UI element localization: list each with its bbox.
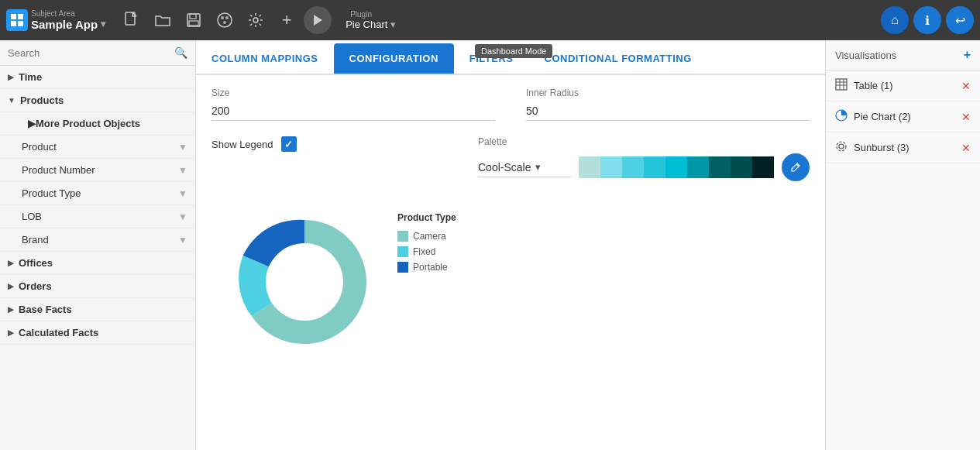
remove-table-button[interactable]: ✕ bbox=[961, 80, 971, 92]
chevron-right-icon: ▶ bbox=[8, 73, 14, 81]
share-button[interactable]: ↩ bbox=[946, 6, 974, 34]
chevron-right-icon: ▶ bbox=[8, 282, 14, 290]
vis-label-table: Table (1) bbox=[854, 80, 955, 91]
sidebar-item-product-number[interactable]: Product Number ▼ bbox=[0, 159, 195, 182]
sidebar-item-label: Orders bbox=[19, 280, 52, 292]
sidebar-item-label: Brand bbox=[22, 234, 49, 246]
size-field: Size bbox=[211, 88, 495, 121]
chevron-down-icon: ▼ bbox=[8, 96, 15, 105]
sidebar-item-label: Products bbox=[20, 94, 64, 106]
filter-icon: ▼ bbox=[178, 165, 187, 176]
app-dropdown-icon[interactable]: ▾ bbox=[101, 19, 105, 29]
sidebar-item-product[interactable]: Product ▼ bbox=[0, 136, 195, 159]
legend-swatch-portable bbox=[397, 262, 408, 273]
sidebar-item-offices[interactable]: ▶ Offices bbox=[0, 252, 195, 275]
sidebar-item-product-type[interactable]: Product Type ▼ bbox=[0, 182, 195, 205]
search-input[interactable] bbox=[8, 47, 174, 59]
subject-area-label: Subject Area bbox=[31, 10, 105, 18]
plugin-dropdown-icon: ▾ bbox=[390, 19, 396, 30]
visualisations-label: Visualisations bbox=[835, 50, 896, 61]
sidebar-item-label: Product Number bbox=[22, 164, 95, 176]
palette-value: Cool-Scale bbox=[478, 161, 531, 173]
add-visualisation-button[interactable]: + bbox=[964, 48, 971, 62]
swatch-7 bbox=[709, 156, 731, 178]
filter-icon: ▼ bbox=[178, 235, 187, 246]
swatch-6 bbox=[687, 156, 709, 178]
svg-rect-2 bbox=[11, 21, 16, 26]
donut-chart bbox=[227, 204, 382, 359]
tab-conditional-formatting[interactable]: CONDITIONAL FORMATTING bbox=[529, 43, 707, 74]
filter-icon: ▼ bbox=[178, 211, 187, 222]
size-label: Size bbox=[211, 88, 495, 98]
svg-rect-4 bbox=[126, 12, 135, 25]
table-icon bbox=[835, 78, 848, 93]
size-input[interactable] bbox=[211, 101, 495, 121]
sidebar-item-orders[interactable]: ▶ Orders bbox=[0, 275, 195, 298]
settings-button[interactable] bbox=[242, 6, 270, 34]
remove-pie-chart-button[interactable]: ✕ bbox=[961, 111, 971, 123]
new-document-button[interactable] bbox=[118, 6, 146, 34]
sidebar-item-base-facts[interactable]: ▶ Base Facts bbox=[0, 298, 195, 321]
svg-point-10 bbox=[225, 16, 229, 19]
home-button[interactable]: ⌂ bbox=[881, 6, 909, 34]
sidebar-item-label: LOB bbox=[22, 211, 42, 222]
tab-column-mappings[interactable]: COLUMN MAPPINGS bbox=[196, 43, 334, 74]
remove-sunburst-button[interactable]: ✕ bbox=[961, 142, 971, 154]
info-button[interactable]: ℹ bbox=[913, 6, 941, 34]
swatch-2 bbox=[600, 156, 622, 178]
sidebar-item-label: Offices bbox=[19, 257, 53, 269]
show-legend-checkbox[interactable] bbox=[281, 136, 297, 152]
sidebar-item-label: Product bbox=[22, 141, 57, 153]
sidebar-item-calculated-facts[interactable]: ▶ Calculated Facts bbox=[0, 321, 195, 345]
swatch-8 bbox=[731, 156, 752, 178]
svg-point-11 bbox=[223, 21, 226, 24]
search-bar: 🔍 bbox=[0, 40, 195, 66]
app-name[interactable]: Sample App ▾ bbox=[31, 18, 105, 31]
vis-item-table[interactable]: Table (1) ✕ bbox=[826, 70, 980, 101]
inner-radius-input[interactable] bbox=[526, 101, 810, 121]
chevron-right-icon: ▶ bbox=[8, 259, 14, 267]
inner-radius-field: Inner Radius bbox=[526, 88, 810, 121]
plugin-select[interactable]: Pie Chart ▾ bbox=[346, 19, 396, 30]
show-legend-container: Show Legend bbox=[211, 136, 447, 164]
add-button[interactable]: + bbox=[273, 6, 301, 34]
config-panel: Size Inner Radius Show Legend bbox=[196, 75, 825, 450]
palette-select[interactable]: Cool-Scale ▾ bbox=[478, 158, 571, 177]
svg-rect-1 bbox=[18, 14, 23, 19]
legend-label-camera: Camera bbox=[413, 231, 446, 242]
palette-edit-button[interactable] bbox=[782, 153, 810, 181]
sidebar-item-products[interactable]: ▼ Products bbox=[0, 89, 195, 112]
tooltip-badge: Dashboard Mode bbox=[475, 45, 552, 57]
svg-rect-3 bbox=[18, 21, 23, 26]
swatch-5 bbox=[665, 156, 687, 178]
sidebar-item-brand[interactable]: Brand ▼ bbox=[0, 228, 195, 252]
sidebar-item-label: Time bbox=[19, 71, 42, 83]
legend-swatch-fixed bbox=[397, 246, 408, 257]
sidebar-item-label: Calculated Facts bbox=[19, 327, 98, 338]
save-button[interactable] bbox=[180, 6, 208, 34]
svg-point-19 bbox=[839, 144, 844, 149]
palette-button[interactable] bbox=[211, 6, 239, 34]
tab-configuration[interactable]: CONFIGURATION bbox=[334, 43, 454, 74]
sidebar-item-time[interactable]: ▶ Time bbox=[0, 66, 195, 89]
swatch-4 bbox=[644, 156, 665, 178]
legend-item-fixed: Fixed bbox=[397, 246, 456, 257]
sidebar-item-label: Base Facts bbox=[19, 304, 72, 315]
swatch-1 bbox=[579, 156, 600, 178]
vis-item-pie-chart[interactable]: Pie Chart (2) ✕ bbox=[826, 101, 980, 132]
search-button[interactable]: 🔍 bbox=[174, 46, 187, 59]
svg-rect-13 bbox=[836, 79, 847, 90]
play-button[interactable] bbox=[304, 6, 332, 34]
sidebar-item-label: More Product Objects bbox=[36, 118, 140, 129]
palette-swatches bbox=[579, 156, 774, 178]
sidebar-item-more-product-objects[interactable]: ▶ More Product Objects bbox=[0, 112, 195, 136]
sidebar-item-lob[interactable]: LOB ▼ bbox=[0, 205, 195, 228]
vis-item-sunburst[interactable]: Sunburst (3) ✕ bbox=[826, 132, 980, 163]
inner-radius-label: Inner Radius bbox=[526, 88, 810, 98]
chevron-right-icon: ▶ bbox=[8, 328, 14, 337]
svg-rect-6 bbox=[190, 14, 196, 19]
open-folder-button[interactable] bbox=[149, 6, 177, 34]
chevron-right-icon: ▶ bbox=[28, 118, 36, 129]
vis-label-pie-chart: Pie Chart (2) bbox=[854, 111, 955, 122]
filter-icon: ▼ bbox=[178, 142, 187, 153]
